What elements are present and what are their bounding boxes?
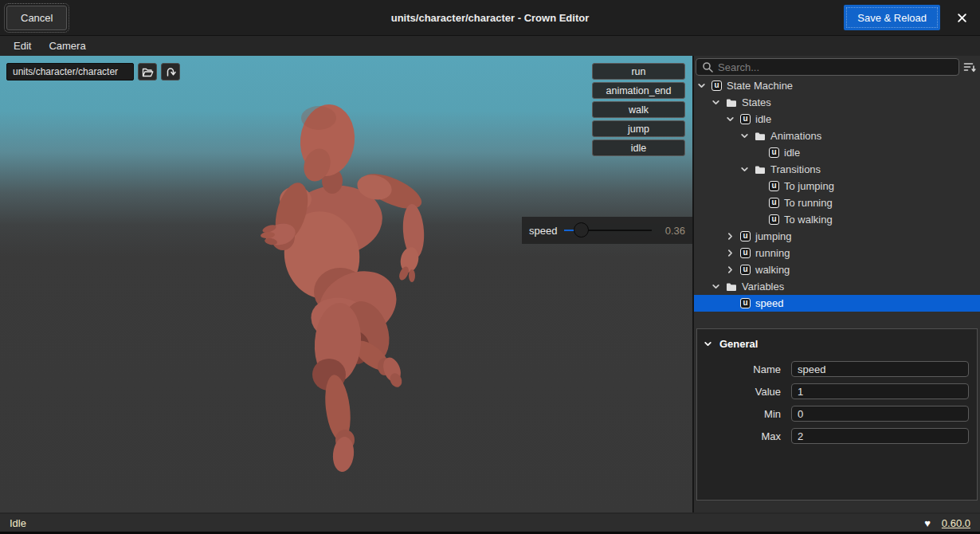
tree-item-to-running[interactable]: uTo running [694, 194, 980, 211]
property-label-min: Min [704, 408, 791, 420]
tree-item-label: State Machine [727, 80, 793, 92]
tree-item-speed[interactable]: uspeed [694, 295, 980, 312]
tree-item-animations[interactable]: Animations [694, 128, 980, 144]
tree-item-variables[interactable]: Variables [694, 278, 980, 295]
property-label-name: Name [704, 363, 791, 375]
character-figure [0, 56, 692, 512]
tree-item-label: To walking [784, 214, 833, 226]
chevron-down-icon [711, 282, 720, 291]
menubar: EditCamera [0, 36, 980, 56]
tree-expander[interactable] [697, 81, 707, 91]
folder-icon-wrap [726, 282, 737, 292]
tree-item-walking[interactable]: uwalking [694, 261, 980, 278]
tree-expander[interactable] [726, 265, 735, 275]
tree-props-gap [694, 312, 980, 328]
property-input-min[interactable] [791, 406, 969, 422]
slider-label: speed [529, 225, 557, 237]
tree-item-label: walking [755, 264, 790, 276]
general-section-header[interactable]: General [704, 334, 970, 353]
search-row [694, 56, 980, 77]
event-button-jump[interactable]: jump [592, 120, 685, 137]
property-input-max[interactable] [791, 428, 969, 444]
chevron-right-icon [726, 232, 735, 241]
search-box[interactable] [696, 58, 959, 76]
folder-icon [726, 98, 737, 108]
unit-icon: u [740, 265, 751, 275]
event-button-idle[interactable]: idle [592, 139, 685, 156]
property-label-value: Value [704, 386, 791, 398]
status-text: Idle [10, 517, 26, 529]
tree-expander[interactable] [726, 232, 735, 241]
folder-icon-wrap [755, 165, 766, 175]
tree-item-to-jumping[interactable]: uTo jumping [694, 178, 980, 194]
general-section-label: General [719, 338, 758, 350]
tree-expander[interactable] [711, 282, 721, 292]
unit-icon: u [769, 214, 779, 225]
heart-icon[interactable]: ♥ [924, 517, 931, 529]
property-row-min: Min [704, 406, 970, 422]
tree-item-idle[interactable]: uidle [694, 111, 980, 128]
property-input-value[interactable] [791, 383, 969, 399]
tree-item-jumping[interactable]: ujumping [694, 228, 980, 245]
property-row-max: Max [704, 428, 970, 444]
tree-item-idle[interactable]: uidle [694, 144, 980, 161]
cancel-button[interactable]: Cancel [6, 6, 67, 30]
state-machine-tree: uState MachineStatesuidleAnimationsuidle… [694, 77, 980, 312]
folder-icon [755, 132, 766, 141]
tree-item-state-machine[interactable]: uState Machine [694, 77, 980, 94]
chevron-down-icon [704, 340, 712, 348]
chevron-down-icon [697, 81, 706, 90]
open-folder-button[interactable] [138, 63, 157, 80]
status-bar: Idle ♥ 0.60.0 [0, 514, 980, 532]
tree-item-label: idle [755, 113, 771, 125]
resource-path-bar [6, 63, 180, 80]
chevron-down-icon [740, 132, 749, 140]
tree-item-label: jumping [755, 230, 792, 242]
unit-icon: u [769, 181, 779, 191]
speed-slider[interactable] [564, 222, 652, 238]
chevron-down-icon [740, 165, 749, 174]
reload-resource-button[interactable] [161, 63, 180, 80]
tree-item-label: speed [755, 297, 783, 309]
event-button-animation-end[interactable]: animation_end [592, 82, 685, 99]
search-input[interactable] [718, 61, 953, 73]
window-title: units/character/character - Crown Editor [0, 12, 980, 24]
tree-expander[interactable] [740, 132, 750, 141]
close-icon[interactable] [955, 11, 968, 24]
tree-item-to-walking[interactable]: uTo walking [694, 211, 980, 228]
slider-knob[interactable] [574, 222, 589, 238]
viewport-3d[interactable]: runanimation_endwalkjumpidle speed 0.36 [0, 56, 692, 512]
tree-item-label: States [742, 96, 771, 108]
tree-item-transitions[interactable]: Transitions [694, 161, 980, 178]
folder-open-icon [142, 67, 154, 77]
tree-item-label: running [755, 247, 790, 259]
tree-item-running[interactable]: urunning [694, 245, 980, 261]
property-rows: NameValueMinMax [704, 361, 970, 444]
event-button-run[interactable]: run [592, 63, 685, 80]
tree-item-label: To jumping [784, 180, 834, 192]
menu-edit[interactable]: Edit [10, 38, 35, 53]
crown-editor-window: Cancel units/character/character - Crown… [0, 0, 980, 534]
property-label-max: Max [704, 430, 791, 442]
unit-icon: u [740, 114, 751, 124]
main-area: runanimation_endwalkjumpidle speed 0.36 [0, 56, 980, 512]
status-right: ♥ 0.60.0 [924, 517, 970, 529]
tree-item-states[interactable]: States [694, 94, 980, 111]
tree-expander[interactable] [740, 165, 750, 175]
event-button-walk[interactable]: walk [592, 101, 685, 118]
version-link[interactable]: 0.60.0 [942, 517, 970, 529]
tree-expander[interactable] [726, 115, 735, 124]
properties-panel: General NameValueMinMax [696, 328, 978, 501]
state-machine-sidebar: uState MachineStatesuidleAnimationsuidle… [694, 56, 980, 512]
chevron-right-icon [726, 265, 735, 274]
save-reload-button[interactable]: Save & Reload [844, 5, 940, 30]
property-input-name[interactable] [791, 361, 969, 377]
resource-path-input[interactable] [6, 63, 134, 80]
tree-expander[interactable] [711, 98, 721, 108]
sort-button[interactable] [962, 59, 978, 75]
sort-icon [963, 61, 977, 73]
tree-expander[interactable] [726, 249, 735, 258]
menu-camera[interactable]: Camera [45, 38, 89, 53]
search-icon [702, 61, 713, 73]
unit-icon: u [711, 80, 722, 91]
